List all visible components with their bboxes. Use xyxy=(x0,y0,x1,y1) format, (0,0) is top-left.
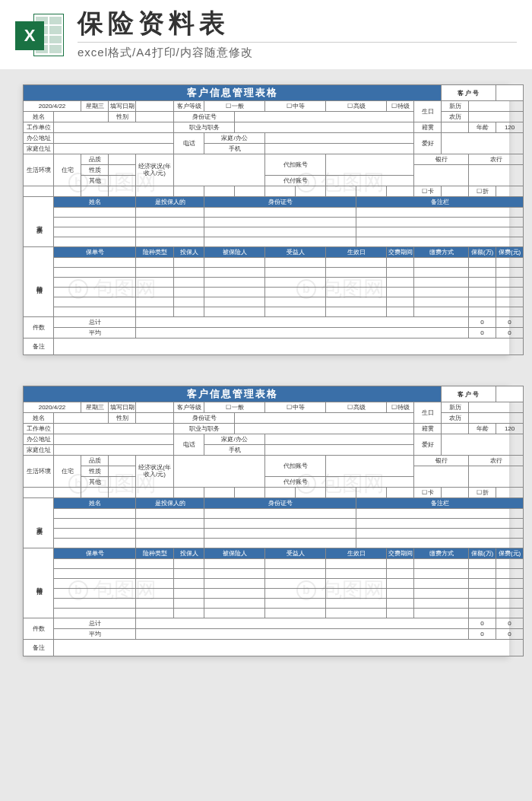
nature-label: 性质 xyxy=(81,165,109,176)
family-h3: 身份证号 xyxy=(204,197,356,208)
name-value[interactable] xyxy=(54,112,109,122)
other-value[interactable] xyxy=(109,176,136,186)
name-label: 姓名 xyxy=(24,112,54,122)
contract-row[interactable] xyxy=(24,258,524,268)
level-2[interactable]: 中等 xyxy=(265,101,326,112)
level-3[interactable]: 高级 xyxy=(326,101,387,112)
form-table: 客户信息管理表格 客户号 2020/4/22 星期三 填写日期 客户等级 一般 … xyxy=(23,386,524,656)
weekday-value: 星期三 xyxy=(81,101,109,112)
job-duty-label: 职业与职务 xyxy=(174,122,235,133)
id-label: 身份证号 xyxy=(174,112,235,122)
card-checkbox[interactable]: 卡 xyxy=(414,186,442,197)
contract-c4: 被保险人 xyxy=(204,247,265,258)
contract-c8: 缴费方式 xyxy=(414,247,469,258)
family-row[interactable] xyxy=(24,227,524,237)
economy-label: 经济状况(年收入/元) xyxy=(136,154,174,186)
home-office-label: 家庭/办公 xyxy=(204,133,265,144)
fill-date-value[interactable] xyxy=(136,101,174,112)
birthday-label: 生日 xyxy=(414,101,442,122)
family-h2: 是投保人的 xyxy=(136,197,204,208)
nonghang-label: 农行 xyxy=(469,154,524,165)
mobile-label: 手机 xyxy=(204,144,265,154)
lunar-value[interactable] xyxy=(469,112,524,122)
family-h4: 备注栏 xyxy=(356,197,524,208)
cust-level-label: 客户等级 xyxy=(174,101,204,112)
native-value[interactable] xyxy=(442,122,469,133)
nonghang-value[interactable] xyxy=(469,165,524,186)
excel-icon: X xyxy=(15,11,64,59)
house-label: 住宅 xyxy=(54,154,81,186)
preview-stage: b包图网 b包图网 b包图网 b包图网 客户信息管理表格 客户号 2020/4/… xyxy=(0,69,532,679)
mobile-value[interactable] xyxy=(265,144,414,154)
work-unit-label: 工作单位 xyxy=(24,122,54,133)
family-row[interactable] xyxy=(24,208,524,218)
date-value: 2020/4/22 xyxy=(24,101,81,112)
avg-label: 平均 xyxy=(54,328,136,339)
other-label: 其他 xyxy=(81,176,109,186)
hobby-value[interactable] xyxy=(442,133,524,154)
work-unit-value[interactable] xyxy=(54,122,174,133)
contract-row[interactable] xyxy=(24,297,524,307)
avg-fee: 0 xyxy=(496,328,524,339)
pay-label: 代付账号 xyxy=(265,176,326,186)
home-office-value[interactable] xyxy=(265,133,414,144)
contract-c3: 投保人 xyxy=(174,247,204,258)
family-row[interactable] xyxy=(24,218,524,227)
pay-value[interactable] xyxy=(326,176,414,186)
contract-row[interactable] xyxy=(24,307,524,317)
family-section-label: 家属亲友 xyxy=(24,197,54,247)
page-title: 保险资料表 xyxy=(78,9,517,37)
lunar-label: 农历 xyxy=(442,112,469,122)
contract-row[interactable] xyxy=(24,278,524,288)
life-env-label: 生活环境 xyxy=(24,154,54,186)
bank-value[interactable] xyxy=(414,165,469,186)
contract-section-label: 契约情报 xyxy=(24,247,54,317)
contract-row[interactable] xyxy=(24,268,524,278)
form-table: 客户信息管理表格 客户号 2020/4/22 星期三 填写日期 客户等级 一般 … xyxy=(23,84,524,355)
contract-c6: 生效日 xyxy=(326,247,387,258)
total-fee: 0 xyxy=(496,317,524,328)
page-subtitle: excel格式/A4打印/内容随意修改 xyxy=(78,42,517,60)
count-label: 件数 xyxy=(24,317,54,339)
age-label: 年龄 xyxy=(469,122,496,133)
phone-label: 电话 xyxy=(174,133,204,154)
level-4[interactable]: 特级 xyxy=(387,101,414,112)
contract-row[interactable] xyxy=(24,288,524,297)
id-value[interactable] xyxy=(235,112,414,122)
economy-value[interactable] xyxy=(174,154,265,186)
job-duty-value[interactable] xyxy=(235,122,414,133)
solar-value[interactable] xyxy=(469,101,524,112)
hobby-label: 爱好 xyxy=(414,133,442,154)
excel-x-badge: X xyxy=(15,21,44,50)
remark-label: 备注 xyxy=(24,339,54,355)
customer-no-value[interactable] xyxy=(496,85,524,101)
contract-c5: 受益人 xyxy=(265,247,326,258)
age-value: 120 xyxy=(496,122,524,133)
contract-c10: 保费(元) xyxy=(496,247,524,258)
family-row[interactable] xyxy=(24,237,524,247)
contract-c9: 保额(万) xyxy=(469,247,496,258)
form-title: 客户信息管理表格 xyxy=(24,85,442,101)
quality-value[interactable] xyxy=(109,154,136,165)
page-header: X 保险资料表 excel格式/A4打印/内容随意修改 xyxy=(0,0,532,69)
contract-c2: 险种类型 xyxy=(136,247,174,258)
quality-label: 品质 xyxy=(81,154,109,165)
home-addr-value[interactable] xyxy=(54,144,174,154)
contract-c7: 交费期间 xyxy=(387,247,414,258)
contract-c1: 保单号 xyxy=(54,247,136,258)
withhold-value[interactable] xyxy=(326,154,414,176)
native-label: 籍贯 xyxy=(414,122,442,133)
zhe-checkbox[interactable]: 折 xyxy=(469,186,496,197)
bank-label: 银行 xyxy=(414,154,469,165)
customer-no-label: 客户号 xyxy=(442,85,496,101)
office-addr-label: 办公地址 xyxy=(24,133,54,144)
office-addr-value[interactable] xyxy=(54,133,174,144)
nature-value[interactable] xyxy=(109,165,136,176)
sheet-preview-2: b包图网 b包图网 b包图网 b包图网 客户信息管理表格 客户号 2020/4/… xyxy=(23,386,509,656)
level-1[interactable]: 一般 xyxy=(204,101,265,112)
home-addr-label: 家庭住址 xyxy=(24,144,54,154)
avg-amount: 0 xyxy=(469,328,496,339)
gender-value[interactable] xyxy=(136,112,174,122)
remark-value[interactable] xyxy=(54,339,524,355)
total-label: 总计 xyxy=(54,317,136,328)
